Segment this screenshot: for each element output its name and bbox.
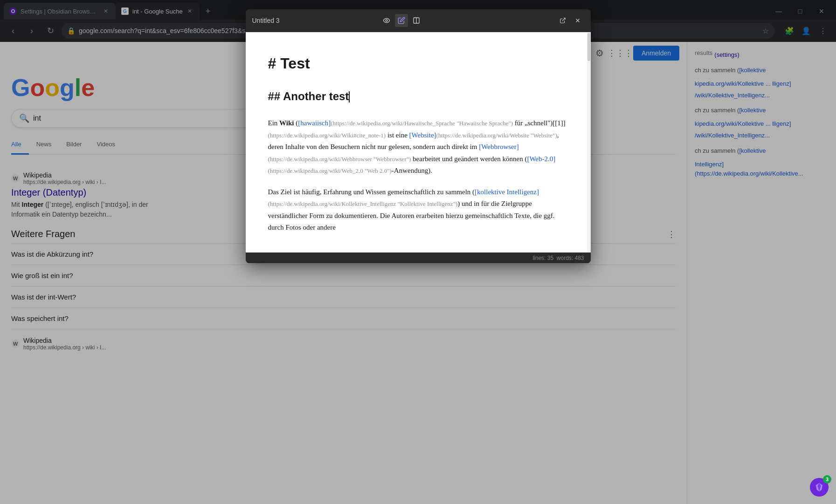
- obsidian-popup-title: Untitled 3: [252, 17, 374, 24]
- editor-cursor: [349, 91, 350, 102]
- editor-link-hawaiisch[interactable]: [hawaiisch]: [298, 119, 331, 127]
- obsidian-eye-button[interactable]: [380, 14, 393, 27]
- obsidian-window-buttons: [556, 14, 584, 27]
- editor-ref-1: [[1]]: [553, 119, 565, 127]
- obsidian-status-bar: lines: 35 words: 483: [246, 252, 591, 263]
- obsidian-edit-button[interactable]: [395, 14, 408, 27]
- obsidian-badge: 3: [810, 478, 829, 497]
- obsidian-badge-container: 3: [810, 478, 829, 497]
- editor-link-url-3: (https://de.wikipedia.org/wiki/Website "…: [436, 132, 557, 139]
- obsidian-popup: Untitled 3: [246, 9, 591, 263]
- editor-link-url-4: (https://de.wikipedia.org/wiki/Webbrowse…: [268, 156, 411, 163]
- obsidian-editor[interactable]: # Test ## Another test Ein Wiki ([hawaii…: [246, 32, 591, 252]
- obsidian-logo-icon: [814, 482, 824, 492]
- editor-heading-2: ## Another test: [268, 87, 568, 106]
- editor-link-website[interactable]: [Website]: [409, 131, 436, 139]
- editor-link-url-1: (https://de.wikipedia.org/wiki/Hawaiisch…: [331, 120, 513, 127]
- editor-body-paragraph-2: Das Ziel ist häufig, Erfahrung und Wisse…: [268, 186, 568, 234]
- obsidian-overlay: Untitled 3: [0, 0, 836, 504]
- editor-heading-2-text: ## Another test: [268, 90, 349, 102]
- svg-line-3: [562, 18, 565, 21]
- status-lines: lines: 35: [532, 255, 553, 261]
- editor-link-url-2: (https://de.wikipedia.org/wiki/Wiki#cite…: [268, 132, 386, 139]
- obsidian-title-bar: Untitled 3: [246, 9, 591, 32]
- status-words: words: 483: [557, 255, 584, 261]
- obsidian-external-link-button[interactable]: [556, 14, 569, 27]
- editor-body-paragraph-1: Ein Wiki ([hawaiisch](https://de.wikiped…: [268, 117, 568, 177]
- editor-link-ki[interactable]: [kollektive Intelligenz]: [475, 188, 539, 196]
- obsidian-toolbar: [380, 14, 423, 27]
- obsidian-split-button[interactable]: [410, 14, 423, 27]
- editor-scrollbar[interactable]: [587, 32, 591, 252]
- editor-link-url-5: (https://de.wikipedia.org/wiki/Web_2.0 "…: [268, 167, 392, 174]
- obsidian-close-button[interactable]: [571, 14, 584, 27]
- svg-point-0: [386, 20, 387, 21]
- obsidian-badge-count: 3: [823, 475, 831, 484]
- wiki-bold: Wiki: [279, 119, 294, 127]
- editor-heading-1: # Test: [268, 51, 568, 76]
- editor-link-url-6: (https://de.wikipedia.org/wiki/Kollektiv…: [268, 200, 458, 207]
- status-separator: [553, 255, 557, 261]
- editor-link-webbrowser[interactable]: [Webbrowser]: [479, 143, 518, 150]
- editor-link-web20[interactable]: [Web-2.0]: [527, 155, 555, 163]
- scrollbar-thumb: [587, 33, 590, 61]
